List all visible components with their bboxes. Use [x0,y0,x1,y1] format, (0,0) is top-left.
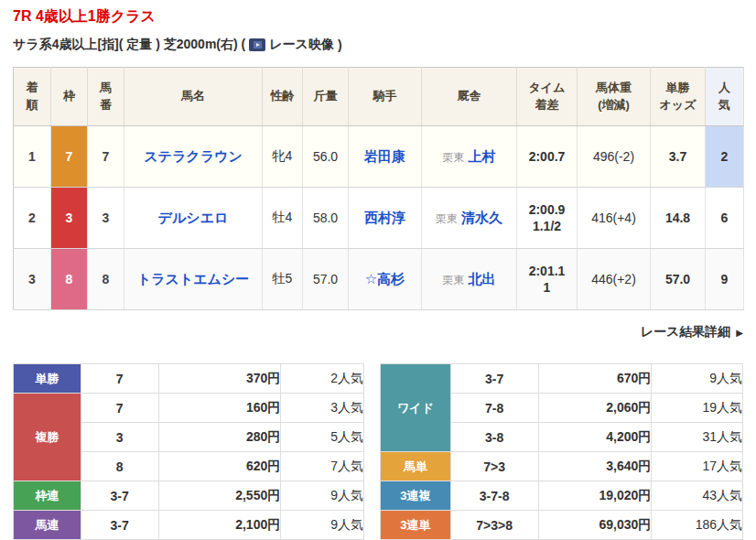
payout-amount: 19,020円 [538,481,652,511]
time-margin-cell: 2:00.91.1/2 [517,188,578,249]
win-odds-cell: 3.7 [651,126,706,188]
body-weight-cell: 416(+4) [578,188,651,249]
payout-type-label: 単勝 [14,364,81,394]
race-result-page: 7R 4歳以上1勝クラス サラ系4歳以上[指]( 定量 ) 芝2000m(右) … [0,0,756,540]
payout-combination: 7 [81,364,158,394]
payout-amount: 370円 [158,364,281,394]
payout-popularity: 31人気 [652,423,743,452]
payout-amount: 4,200円 [538,423,652,452]
carried-weight-cell: 58.0 [303,188,349,249]
payout-type-label: 馬連 [14,511,81,540]
finish-position-cell: 1 [14,126,51,188]
payout-amount: 2,060円 [538,394,652,423]
horse-name-link[interactable]: デルシエロ [158,210,229,225]
payout-combination: 3-7 [81,481,158,511]
frame-number-cell: 7 [51,126,88,188]
margin: 1.1/2 [517,218,577,234]
jockey-link[interactable]: 西村淳 [364,210,405,225]
payout-type-label: 3連複 [381,481,451,511]
payout-combination: 3-8 [450,423,538,452]
payout-popularity: 17人気 [652,452,743,481]
payout-type-label: 枠連 [14,481,81,511]
horse-name-cell: ステラクラウン [124,126,263,188]
payout-table-left: 単勝7370円2人気複勝7160円3人気3280円5人気8620円7人気枠連3-… [13,363,364,540]
payout-amount: 160円 [158,394,281,423]
payout-row: 3連複3-7-819,020円43人気 [381,481,743,511]
finish-position-cell: 2 [14,188,51,249]
trainer-link[interactable]: 上村 [469,148,496,164]
stable-region-label: 栗東 [443,274,465,286]
payout-row: 複勝7160円3人気 [14,394,364,423]
column-header-sexage: 性齢 [263,68,303,126]
payout-row: 3連単7>3>869,030円186人気 [381,511,743,540]
finish-position-cell: 3 [14,249,51,310]
jockey-link[interactable]: ☆高杉 [365,271,405,286]
body-weight-cell: 446(+2) [578,249,651,310]
finish-time: 2:01.1 [517,263,577,279]
payout-section: 単勝7370円2人気複勝7160円3人気3280円5人気8620円7人気枠連3-… [13,363,743,540]
payout-popularity: 3人気 [281,394,364,423]
chevron-right-icon: ▶ [736,328,743,338]
payout-popularity: 7人気 [281,452,364,481]
column-header-horseno: 馬 番 [88,68,124,126]
payout-table-right: ワイド3-7670円9人気7-82,060円19人気3-84,200円31人気馬… [380,363,743,540]
time-margin-cell: 2:01.11 [517,249,578,310]
race-video-link[interactable]: レース映像 [269,37,334,53]
result-row: 388トラストエムシー牡557.0☆高杉栗東北出2:01.11446(+2)57… [14,249,744,310]
payout-combination: 7-8 [450,394,538,423]
payout-combination: 7>3>8 [450,511,538,540]
jockey-cell: 岩田康 [349,126,422,188]
payout-type-label: 複勝 [14,394,81,481]
frame-number-cell: 3 [51,188,88,249]
payout-row: 馬連3-72,100円9人気 [14,511,364,540]
payout-popularity: 9人気 [281,481,364,511]
frame-number-cell: 8 [51,249,88,310]
payout-type-label: ワイド [381,364,451,452]
detail-link-row: レース結果詳細▶ [13,323,743,340]
popularity-cell: 9 [706,249,744,310]
stable-cell: 栗東上村 [422,126,517,188]
payout-row: ワイド3-7670円9人気 [381,364,743,394]
popularity-cell: 2 [706,126,744,188]
payout-combination: 3-7-8 [450,481,538,511]
result-row: 233デルシエロ牡458.0西村淳栗東清水久2:00.91.1/2416(+4)… [14,188,744,249]
column-header-bw: 馬体重 (増減) [578,68,651,126]
race-conditions-text: サラ系4歳以上[指]( 定量 ) 芝2000m(右) ( [13,37,245,53]
payout-combination: 3 [81,423,158,452]
payout-popularity: 186人気 [652,511,743,540]
horse-name-link[interactable]: ステラクラウン [144,148,242,164]
payout-combination: 3-7 [81,511,158,540]
payout-amount: 69,030円 [538,511,652,540]
time-margin-cell: 2:00.7 [517,126,578,188]
payout-combination: 7>3 [450,452,538,481]
jockey-link[interactable]: 岩田康 [364,148,405,164]
trainer-link[interactable]: 清水久 [461,210,502,225]
stable-region-label: 栗東 [443,151,465,164]
race-result-detail-link[interactable]: レース結果詳細▶ [641,324,743,339]
body-weight-cell: 496(-2) [578,126,651,188]
trainer-link[interactable]: 北出 [469,271,496,286]
results-header-row: 着 順枠馬 番馬名性齢斤量騎手厩舎タイム 着差馬体重 (増減)単勝 オッズ人 気 [14,68,744,126]
payout-row: 単勝7370円2人気 [14,364,364,394]
horse-number-cell: 7 [88,126,124,188]
payout-combination: 3-7 [450,364,538,394]
win-odds-cell: 14.8 [651,188,706,249]
column-header-finish: 着 順 [14,68,51,126]
horse-name-link[interactable]: トラストエムシー [137,271,249,286]
payout-popularity: 5人気 [281,423,364,452]
race-conditions: サラ系4歳以上[指]( 定量 ) 芝2000m(右) ( レース映像 ) [13,37,743,53]
payout-amount: 3,640円 [538,452,652,481]
payout-combination: 8 [81,452,158,481]
win-odds-cell: 57.0 [651,249,706,310]
video-play-icon [249,38,265,51]
finish-time: 2:00.9 [517,201,577,218]
column-header-frame: 枠 [51,68,88,126]
payout-amount: 280円 [158,423,281,452]
payout-type-label: 馬単 [381,452,451,481]
detail-link-label: レース結果詳細 [641,324,731,339]
column-header-weight: 斤量 [303,68,349,126]
payout-amount: 2,550円 [158,481,281,511]
column-header-horse: 馬名 [124,68,263,126]
payout-combination: 7 [81,394,158,423]
race-results-table: 着 順枠馬 番馬名性齢斤量騎手厩舎タイム 着差馬体重 (増減)単勝 オッズ人 気… [13,67,744,310]
